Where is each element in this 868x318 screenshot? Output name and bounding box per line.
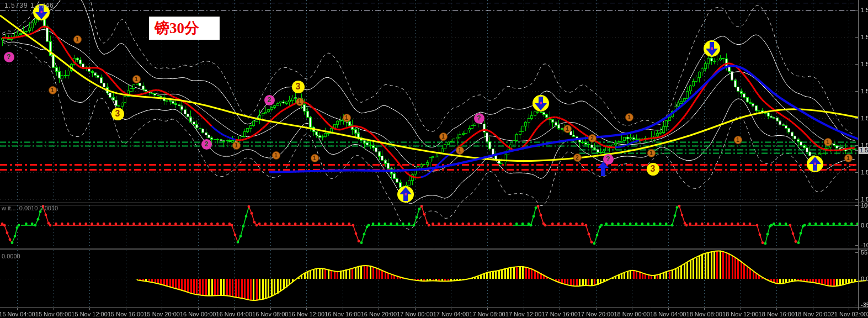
mid-axis-label: -10 <box>861 242 868 248</box>
time-label: 16 Nov 00:00 <box>180 311 216 317</box>
question-signal[interactable]: 2 <box>264 95 275 105</box>
time-label: 17 Nov 08:00 <box>469 311 505 317</box>
price-axis-label: 1.5 <box>861 34 868 40</box>
price-axis-label: 1.5 <box>861 169 868 176</box>
number-3-signal[interactable]: 3 <box>292 81 305 93</box>
time-label: 17 Nov 20:00 <box>578 311 614 317</box>
number-signal[interactable]: 1 <box>343 114 351 122</box>
number-3-signal[interactable]: 3 <box>647 163 659 176</box>
chart-canvas[interactable] <box>0 0 868 318</box>
quote-values: 1.5739 1.5746 <box>4 2 54 9</box>
time-label: 17 Nov 16:00 <box>541 311 577 317</box>
price-axis-label: 1.5 <box>861 61 868 67</box>
number-3-signal[interactable]: 3 <box>111 108 124 120</box>
time-label: 21 Nov 02:00 <box>831 311 867 317</box>
sell-arrow-marker[interactable] <box>703 40 721 60</box>
time-label: 17 Nov 00:00 <box>397 311 433 317</box>
time-label: 18 Nov 04:00 <box>650 311 686 317</box>
mid-axis-label: 100 <box>861 202 868 209</box>
time-label: 17 Nov 12:00 <box>505 311 541 317</box>
mid-axis-label: 0.0 <box>861 222 868 229</box>
time-label: 17 Nov 04:00 <box>433 311 469 317</box>
time-label: 15 Nov 08:00 <box>35 311 71 317</box>
number-signal[interactable]: 1 <box>73 35 82 44</box>
time-label: 18 Nov 00:00 <box>614 311 649 317</box>
time-label: 18 Nov 20:00 <box>795 311 830 317</box>
time-label: 15 Nov 04:00 <box>0 311 35 317</box>
number-signal[interactable]: 1 <box>272 151 280 160</box>
current-price-box: 1.5 <box>859 147 868 154</box>
bottom-axis-label: 0.0 <box>861 275 868 282</box>
buy-arrow-marker[interactable] <box>397 186 414 205</box>
indicator2-label: 0.0000 <box>2 253 20 259</box>
number-signal[interactable]: 2 <box>573 153 582 162</box>
time-label: 16 Nov 08:00 <box>252 311 288 317</box>
time-label: 15 Nov 16:00 <box>108 311 143 317</box>
symbol-label-box[interactable]: 镑30分 <box>149 17 220 40</box>
sell-arrow-marker[interactable] <box>532 94 550 114</box>
bottom-axis-label: 55. <box>861 249 868 256</box>
time-label: 15 Nov 20:00 <box>143 311 179 317</box>
number-signal[interactable]: 1 <box>296 98 304 106</box>
number-signal[interactable]: 1 <box>232 141 241 150</box>
symbol-label-text: 镑30分 <box>149 18 199 38</box>
price-axis-label: 1.5 <box>861 7 868 13</box>
number-signal[interactable]: 1 <box>647 149 656 157</box>
time-label: 18 Nov 16:00 <box>759 311 795 317</box>
number-signal[interactable]: 1 <box>844 154 853 162</box>
time-label: 18 Nov 12:00 <box>722 311 758 317</box>
time-label: 18 Nov 08:00 <box>686 311 722 317</box>
number-signal[interactable]: 1 <box>625 113 633 121</box>
question-signal[interactable]: ? <box>474 113 484 124</box>
time-label: 16 Nov 04:00 <box>216 311 252 317</box>
number-signal[interactable]: 1 <box>311 154 319 162</box>
time-label: 16 Nov 20:00 <box>361 311 397 317</box>
question-signal[interactable]: ? <box>4 52 14 62</box>
indicator1-label: w it... 0.0010 0.0010 <box>2 205 58 211</box>
bottom-axis-label: -35 <box>861 301 868 308</box>
number-signal[interactable]: 2 <box>588 134 597 142</box>
number-signal[interactable]: 1 <box>439 132 448 141</box>
number-signal[interactable]: 1 <box>563 125 572 133</box>
price-axis-label: 1.5 <box>861 115 868 121</box>
time-label: 15 Nov 12:00 <box>71 311 107 317</box>
number-signal[interactable]: 1 <box>824 138 832 146</box>
number-signal[interactable]: 1 <box>456 146 464 155</box>
number-signal[interactable]: 1 <box>734 136 742 144</box>
number-signal[interactable]: 1 <box>49 86 57 94</box>
question-signal[interactable]: 2 <box>201 139 212 150</box>
buy-arrow-marker[interactable] <box>806 155 824 175</box>
time-label: 16 Nov 12:00 <box>289 311 324 317</box>
time-label: 16 Nov 16:00 <box>324 311 360 317</box>
number-signal[interactable]: 1 <box>132 75 141 83</box>
small-buy-arrow-marker[interactable] <box>598 162 609 178</box>
trading-chart-window: 1.5739 1.5746 镑30分 w it... 0.0010 0.0010… <box>0 0 868 318</box>
price-axis-label: 1.5 <box>861 88 868 94</box>
